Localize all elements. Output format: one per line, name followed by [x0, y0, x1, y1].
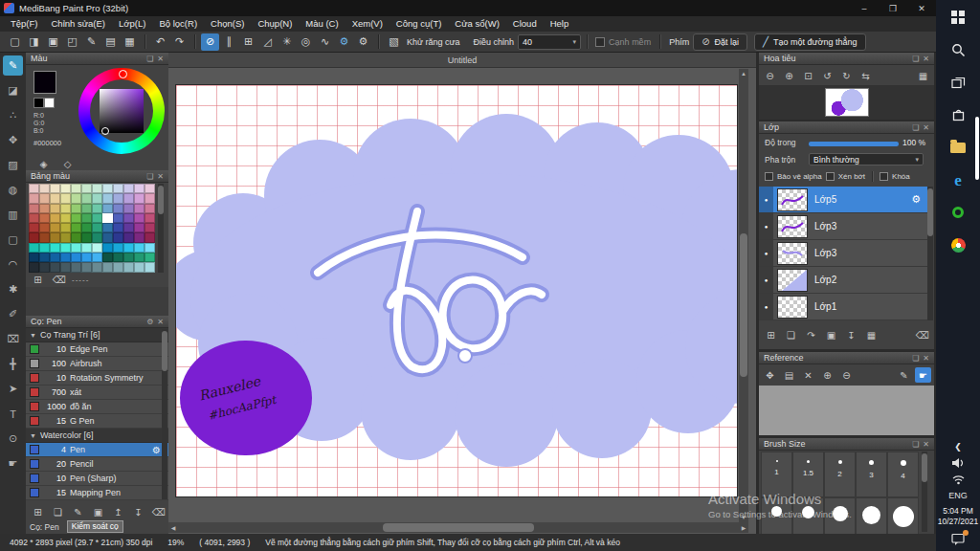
dot-pen-tool[interactable]: ∴	[3, 105, 23, 125]
rotate-ccw-icon[interactable]: ↺	[819, 68, 835, 83]
brush-item-edge-pen[interactable]: 10Edge Pen	[26, 342, 168, 357]
antialias-icon[interactable]: ▧	[385, 33, 403, 51]
blend-select[interactable]: Bình thường ▾	[809, 153, 924, 165]
zoom-out-icon[interactable]: ⊖	[762, 68, 778, 83]
palette-color-swatch[interactable]	[134, 193, 145, 203]
horizontal-scrollbar[interactable]: ◀ ▶	[168, 522, 748, 533]
palette-color-swatch[interactable]	[50, 204, 60, 213]
menu-item-chỉnh-sửa-e[interactable]: Chỉnh sửa(E)	[45, 16, 113, 32]
palette-color-swatch[interactable]	[39, 223, 50, 232]
search-button[interactable]	[939, 34, 977, 65]
palette-color-swatch[interactable]	[145, 184, 155, 193]
snap-settings-gear-icon[interactable]: ⚙	[335, 33, 353, 51]
menu-item-xem-v[interactable]: Xem(V)	[345, 16, 390, 32]
palette-color-swatch[interactable]	[92, 262, 102, 272]
duplicate-brush-icon[interactable]: ❏	[50, 504, 66, 519]
palette-color-swatch[interactable]	[92, 243, 102, 253]
palette-color-swatch[interactable]	[39, 232, 50, 242]
brush-item-mapping-pen[interactable]: 15Mapping Pen	[26, 486, 168, 500]
palette-color-swatch[interactable]	[123, 193, 134, 203]
snap-off-icon[interactable]: ⊘	[201, 33, 219, 51]
comment-icon[interactable]: ◰	[63, 33, 81, 51]
brush-item-pencil[interactable]: 20Pencil	[26, 457, 168, 472]
palette-color-swatch[interactable]	[145, 262, 155, 272]
add-layer-icon[interactable]: ⊞	[763, 327, 779, 342]
brush-settings-icon[interactable]: ⚙	[146, 318, 153, 326]
float-panel-icon[interactable]: ❏	[146, 55, 153, 63]
delete-layer-icon[interactable]: ⌫	[914, 327, 930, 342]
close-panel-icon[interactable]: ✕	[923, 354, 929, 363]
menu-item-lớp-l[interactable]: Lớp(L)	[112, 16, 152, 32]
add-brush-icon[interactable]: ⊞	[30, 504, 46, 519]
palette-color-swatch[interactable]	[71, 232, 81, 242]
hand-icon[interactable]: ☛	[915, 367, 931, 383]
snap-parallel-icon[interactable]: ∥	[220, 33, 238, 51]
hidden-icons-chevron[interactable]: ❮	[954, 442, 962, 452]
green-app-button[interactable]	[939, 197, 977, 228]
notification-icon[interactable]	[951, 533, 965, 545]
transfer-layer-icon[interactable]: ↷	[803, 327, 819, 342]
scroll-down-icon[interactable]: ▼	[739, 513, 748, 522]
palette-color-swatch[interactable]	[92, 213, 102, 223]
palette-color-swatch[interactable]	[39, 262, 50, 272]
palette-color-swatch[interactable]	[134, 253, 145, 262]
brush-size-option[interactable]: 2	[824, 452, 856, 497]
open-file-icon[interactable]: ◨	[25, 33, 43, 51]
palette-color-swatch[interactable]	[102, 223, 113, 232]
palette-color-swatch[interactable]	[29, 253, 39, 262]
close-panel-icon[interactable]: ✕	[923, 123, 929, 132]
text-tool[interactable]: T	[3, 404, 23, 424]
palette-color-swatch[interactable]	[102, 243, 113, 253]
palette-color-swatch[interactable]	[71, 262, 81, 272]
move-icon[interactable]: ✥	[762, 367, 778, 383]
palette-color-swatch[interactable]	[60, 253, 71, 262]
palette-color-swatch[interactable]	[29, 243, 39, 253]
clear-icon[interactable]: ✕	[800, 367, 816, 383]
palette-color-swatch[interactable]	[134, 184, 145, 193]
store-button[interactable]	[939, 99, 977, 130]
palette-color-swatch[interactable]	[81, 232, 92, 242]
select-eraser-tool[interactable]: ⌧	[3, 329, 23, 349]
saturation-value-square[interactable]	[100, 89, 144, 133]
lasso-tool[interactable]: ◠	[3, 254, 23, 275]
palette-color-swatch[interactable]	[113, 184, 123, 193]
menu-item-help[interactable]: Help	[544, 16, 576, 32]
brush-size-option[interactable]: 1	[761, 452, 792, 497]
palette-color-swatch[interactable]	[71, 253, 81, 262]
close-panel-icon[interactable]: ✕	[923, 55, 929, 63]
duplicate-layer-icon[interactable]: ❏	[783, 327, 799, 342]
palette-color-swatch[interactable]	[71, 213, 81, 223]
palette-color-swatch[interactable]	[134, 262, 145, 272]
palette-color-swatch[interactable]	[102, 193, 113, 203]
brush-item-g-pen[interactable]: 15G Pen	[26, 414, 168, 429]
edit-brush-icon[interactable]: ✎	[70, 504, 86, 519]
palette-color-swatch[interactable]	[102, 262, 113, 272]
palette-color-swatch[interactable]	[123, 253, 134, 262]
taskbar-clock[interactable]: 5:04 PM 10/27/2021	[938, 506, 979, 527]
layer-row-lớp1[interactable]: ●Lớp1	[759, 294, 927, 320]
palette-color-swatch[interactable]	[123, 213, 134, 223]
layer-folder-icon[interactable]: ▣	[823, 327, 839, 342]
palette-color-swatch[interactable]	[113, 223, 123, 232]
vertical-scrollbar[interactable]: ▲ ▼	[739, 69, 748, 522]
float-panel-icon[interactable]: ❏	[912, 354, 919, 363]
brush-size-option[interactable]	[792, 497, 824, 534]
menu-item-công-cụ-t[interactable]: Công cụ(T)	[390, 16, 449, 32]
hue-indicator[interactable]	[119, 70, 127, 78]
display-grid-icon[interactable]: ▦	[915, 68, 931, 83]
brush-item-đồ-ăn[interactable]: 1000đồ ăn	[26, 400, 168, 414]
scroll-up-icon[interactable]: ▲	[739, 69, 748, 78]
palette-color-swatch[interactable]	[134, 213, 145, 223]
publish-icon[interactable]: ✎	[82, 33, 100, 51]
merge-layer-icon[interactable]: ↧	[843, 327, 859, 342]
zoom-in-icon[interactable]: ⊕	[781, 68, 797, 83]
reset-button[interactable]: ⊘Đặt lại	[693, 33, 747, 51]
clipping-checkbox[interactable]	[826, 172, 835, 181]
palette-color-swatch[interactable]	[145, 204, 155, 213]
palette-color-swatch[interactable]	[92, 253, 102, 262]
brush-size-option[interactable]	[887, 497, 919, 534]
palette-color-swatch[interactable]	[145, 213, 155, 223]
palette-color-swatch[interactable]	[134, 243, 145, 253]
vertical-scroll-thumb[interactable]	[740, 233, 747, 377]
palette-color-swatch[interactable]	[60, 204, 71, 213]
